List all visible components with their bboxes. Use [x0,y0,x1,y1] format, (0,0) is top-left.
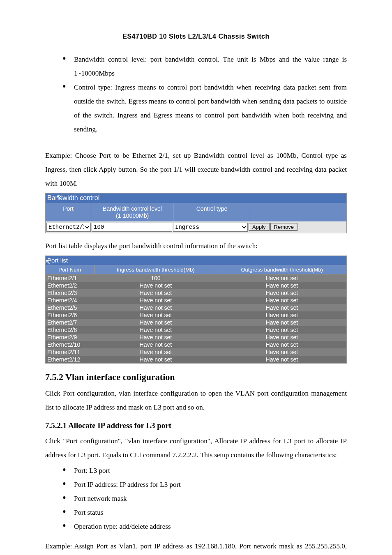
cell-egress: Have not set [217,274,346,282]
cell-egress: Have not set [217,348,346,356]
cell-port: Ethernet2/12 [46,356,94,363]
l3-bullet-list: Port: L3 port Port IP address: IP addres… [45,464,347,534]
control-type-select[interactable]: Ingress [173,223,248,232]
cell-ingress: Have not set [94,326,217,334]
cell-ingress: Have not set [94,282,217,289]
port-list-panel: Port list ↖ Port Num Ingress bandwidth t… [45,256,347,364]
doc-header: ES4710BD 10 Slots L2/L3/L4 Chassis Switc… [45,33,347,40]
table-row: Ethernet2/12Have not setHave not set [46,356,346,363]
cell-ingress: Have not set [94,289,217,297]
cell-ingress: Have not set [94,341,217,348]
col-header-level: Bandwidth control level (1-10000Mb) [91,203,174,221]
panel-title-text: Bandwidth control [47,194,99,201]
cell-port: Ethernet2/1 [46,274,94,282]
cell-port: Ethernet2/4 [46,297,94,304]
cell-ingress: Have not set [94,334,217,341]
table-row: Ethernet2/11Have not setHave not set [46,348,346,356]
cell-port: Ethernet2/5 [46,304,94,311]
list-item: Operation type: add/delete address [74,520,347,534]
table-header-row: Port Num Ingress bandwidth threshold(Mb)… [46,265,346,274]
table-row: Ethernet2/8Have not setHave not set [46,326,346,334]
list-item: Port: L3 port [74,464,347,478]
list-item: Port network mask [74,492,347,506]
port-select[interactable]: Ethernet2/1 [46,223,91,232]
cell-egress: Have not set [217,289,346,297]
cell-ingress: Have not set [94,311,217,319]
apply-button[interactable]: Apply [249,223,270,231]
cell-egress: Have not set [217,334,346,341]
list-item: Port IP address: IP address for L3 port [74,478,347,492]
col-header-type: Control type [174,203,250,221]
section-7-5-2-1-heading: 7.5.2.1 Allocate IP address for L3 port [45,421,347,430]
remove-button[interactable]: Remove [270,223,297,231]
th-ingress: Ingress bandwidth threshold(Mb) [94,265,217,274]
bw-header-row: Port Bandwidth control level (1-10000Mb)… [46,203,346,221]
bw-input-row: Ethernet2/1 Ingress Apply Remove [46,221,346,233]
portlist-intro: Port list table displays the port bandwi… [45,239,347,253]
cell-ingress: Have not set [94,304,217,311]
cell-ingress: Have not set [94,319,217,326]
cell-ingress: Have not set [94,297,217,304]
cell-ingress: 100 [94,274,217,282]
cell-port: Ethernet2/8 [46,326,94,334]
section-7-5-2-1-paragraph: Click "Port configuration", "vlan interf… [45,434,347,462]
table-row: Ethernet2/10Have not setHave not set [46,341,346,348]
cell-egress: Have not set [217,326,346,334]
bandwidth-control-panel: Bandwidth control ↖ Port Bandwidth contr… [45,193,347,233]
table-row: Ethernet2/2Have not setHave not set [46,282,346,289]
cell-port: Ethernet2/7 [46,319,94,326]
cell-port: Ethernet2/11 [46,348,94,356]
table-row: Ethernet2/6Have not setHave not set [46,311,346,319]
cell-port: Ethernet2/10 [46,341,94,348]
cell-egress: Have not set [217,341,346,348]
section-7-5-2-paragraph: Click Port configuration, vlan interface… [45,387,347,415]
cell-egress: Have not set [217,311,346,319]
cell-ingress: Have not set [94,356,217,363]
col-header-port: Port [46,203,91,221]
table-row: Ethernet2/7Have not setHave not set [46,319,346,326]
table-row: Ethernet2/5Have not setHave not set [46,304,346,311]
col-header-blank [250,203,346,221]
cell-ingress: Have not set [94,348,217,356]
th-port-num: Port Num [46,265,94,274]
cell-egress: Have not set [217,304,346,311]
portlist-title-text: Port list [47,257,68,264]
level-input[interactable] [92,223,172,232]
list-item: Bandwidth control level: port bandwidth … [74,53,347,81]
top-bullet-list: Bandwidth control level: port bandwidth … [45,53,347,136]
cell-egress: Have not set [217,319,346,326]
cell-egress: Have not set [217,356,346,363]
cell-port: Ethernet2/6 [46,311,94,319]
cell-port: Ethernet2/2 [46,282,94,289]
table-row: Ethernet2/3Have not setHave not set [46,289,346,297]
table-row: Ethernet2/4Have not setHave not set [46,297,346,304]
cell-egress: Have not set [217,282,346,289]
example-7521-paragraph: Example: Assign Port as Vlan1, port IP a… [45,539,347,555]
cell-egress: Have not set [217,297,346,304]
section-7-5-2-heading: 7.5.2 Vlan interface configuration [45,372,347,382]
table-row: Ethernet2/1100Have not set [46,274,346,282]
cell-port: Ethernet2/3 [46,289,94,297]
panel-title: Bandwidth control ↖ [46,193,346,203]
example-paragraph: Example: Choose Port to be Ethernet 2/1,… [45,149,347,191]
list-item: Port status [74,506,347,520]
table-row: Ethernet2/9Have not setHave not set [46,334,346,341]
th-egress: Outgress bandwidth threshold(Mb) [217,265,346,274]
port-list-table: Port Num Ingress bandwidth threshold(Mb)… [46,265,346,363]
cell-port: Ethernet2/9 [46,334,94,341]
portlist-title: Port list ↖ [46,256,346,265]
list-item: Control type: Ingress means to control p… [74,81,347,136]
